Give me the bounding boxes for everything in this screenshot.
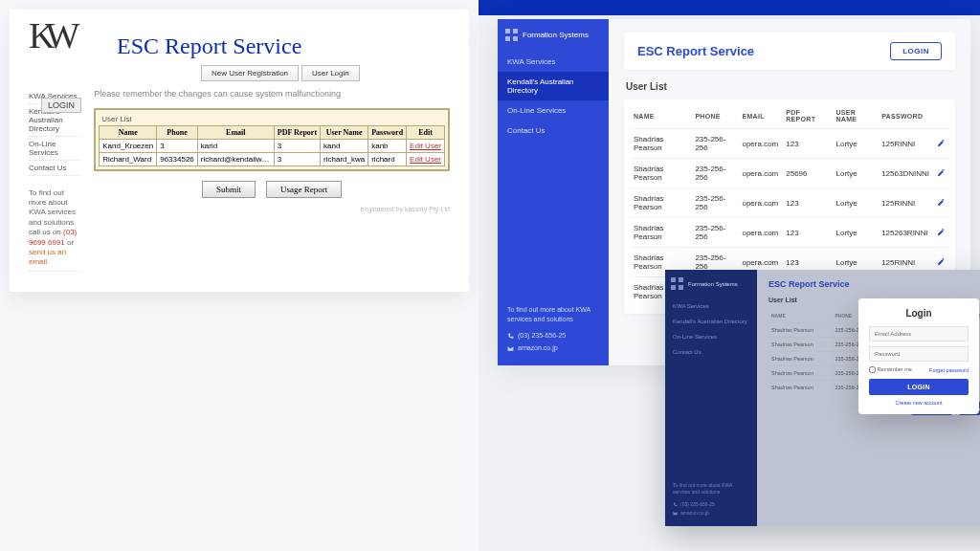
create-account-link[interactable]: Create new account [869, 400, 969, 406]
column-header: Email [197, 125, 274, 139]
column-header: PHONE [691, 103, 738, 129]
edit-user-link[interactable]: Edit User [410, 142, 441, 150]
top-blue-bar [479, 0, 980, 15]
modern-sidebar: Formation Systems KWA ServicesKendall's … [498, 19, 609, 365]
legacy-table: NamePhoneEmailPDF ReportUser NamePasswor… [99, 125, 445, 166]
edit-icon[interactable] [937, 168, 946, 177]
column-header: USER NAME [833, 103, 879, 129]
mail-icon [673, 511, 678, 516]
brand-icon [505, 29, 519, 42]
table-row: Shadrias Pearson235-256-256opera.com123L… [630, 129, 949, 159]
edit-user-link[interactable]: Edit User [410, 155, 441, 164]
legacy-warning: Please remember the changes can cause sy… [94, 89, 450, 99]
forgot-password-link[interactable]: Forget password [929, 367, 969, 373]
modal-login-button[interactable]: LOGIN [869, 379, 969, 395]
dark-sidebar: Formation Systems KWA ServicesKendall's … [665, 270, 757, 526]
sidebar-item[interactable]: Contact Us [665, 344, 757, 360]
table-row: Shadrias Pearson235-256-256opera.com2569… [630, 159, 949, 188]
sidebar-item[interactable]: Contact Us [498, 121, 609, 141]
tab-new-user[interactable]: New User Registration [201, 65, 299, 81]
email-line: amazon.co.jp [507, 343, 599, 353]
phone-line: (03) 235-656-25 [507, 331, 599, 341]
column-header: EMAIL [738, 103, 782, 129]
table-row: Kand_Kroezen3kand3kandkanbEdit User [100, 139, 445, 152]
password-field[interactable] [869, 346, 969, 362]
column-header: Edit [407, 125, 445, 139]
sidebar-item[interactable]: On-Line Services [29, 137, 80, 161]
column-header: Name [100, 125, 157, 139]
sidebar-item[interactable]: KWA Services [665, 298, 757, 314]
table-row: Richard_Ward96334526richard@kendallward.… [100, 152, 445, 165]
legacy-panel: KW ESC Report Service LOGIN New User Reg… [10, 10, 469, 292]
column-header: NAME [630, 103, 691, 129]
legacy-footer: engineered by kassidy Pty Ltd [94, 206, 450, 212]
table-row: Shadrias Pearson235-256-256opera.com123L… [630, 188, 949, 218]
dark-panel: Formation Systems KWA ServicesKendall's … [665, 270, 980, 526]
email-field[interactable] [869, 326, 969, 342]
modal-title: Login [869, 308, 969, 319]
mail-icon [507, 345, 514, 352]
column-header: Phone [157, 125, 198, 139]
phone-icon [507, 333, 514, 340]
brand: Formation Systems [498, 19, 609, 52]
sidebar-item[interactable]: On-Line Services [665, 329, 757, 344]
column-header: User Name [321, 125, 368, 139]
remember-me[interactable]: Remember me [869, 366, 912, 373]
submit-button[interactable]: Submit [202, 181, 256, 198]
sidebar-footnote: To find out more about KWA services and … [498, 296, 609, 365]
sidebar-item[interactable]: Kendall's Australian Directory [665, 314, 757, 329]
header-card: ESC Report Service LOGIN [624, 33, 955, 70]
tab-user-login[interactable]: User Login [301, 65, 360, 81]
sidebar-item[interactable]: On-Line Services [498, 100, 609, 121]
brand: Formation Systems [665, 270, 757, 298]
legacy-table-label: User List [99, 113, 445, 125]
section-label: User List [626, 81, 955, 92]
edit-icon[interactable] [937, 198, 946, 207]
legacy-sidebar: KWA Services Kendall's Australian Direct… [29, 89, 80, 272]
edit-icon[interactable] [937, 228, 946, 236]
sidebar-item[interactable]: Contact Us [29, 161, 80, 176]
table-row: Shadrias Pearson235-256-256opera.com123L… [630, 218, 949, 248]
edit-icon[interactable] [937, 139, 946, 147]
legacy-login-label: LOGIN [41, 98, 81, 113]
sidebar-item[interactable]: Kendall's Australian Directory [498, 72, 609, 100]
edit-icon[interactable] [937, 257, 946, 266]
legacy-blurb: To find out more about KWA services and … [29, 186, 80, 272]
login-button[interactable]: LOGIN [890, 42, 942, 60]
brand-icon [671, 277, 684, 291]
column-header: PDF REPORT [782, 103, 832, 129]
login-modal: Login Remember me Forget password LOGIN … [858, 298, 979, 414]
dark-sidebar-foot: To find out more about KWA services and … [665, 474, 757, 526]
sidebar-item[interactable]: KWA Services [498, 52, 609, 72]
column-header: PASSWORD [878, 103, 933, 129]
legacy-title: ESC Report Service [117, 33, 450, 59]
legacy-table-wrap: User List NamePhoneEmailPDF ReportUser N… [94, 108, 450, 171]
phone-icon [673, 502, 678, 507]
usage-report-button[interactable]: Usage Report [266, 181, 342, 198]
brand-text: Formation Systems [523, 32, 589, 40]
column-header: PDF Report [274, 125, 320, 139]
column-header: Password [368, 125, 407, 139]
page-title: ESC Report Service [637, 44, 754, 58]
remember-checkbox[interactable] [869, 366, 876, 373]
